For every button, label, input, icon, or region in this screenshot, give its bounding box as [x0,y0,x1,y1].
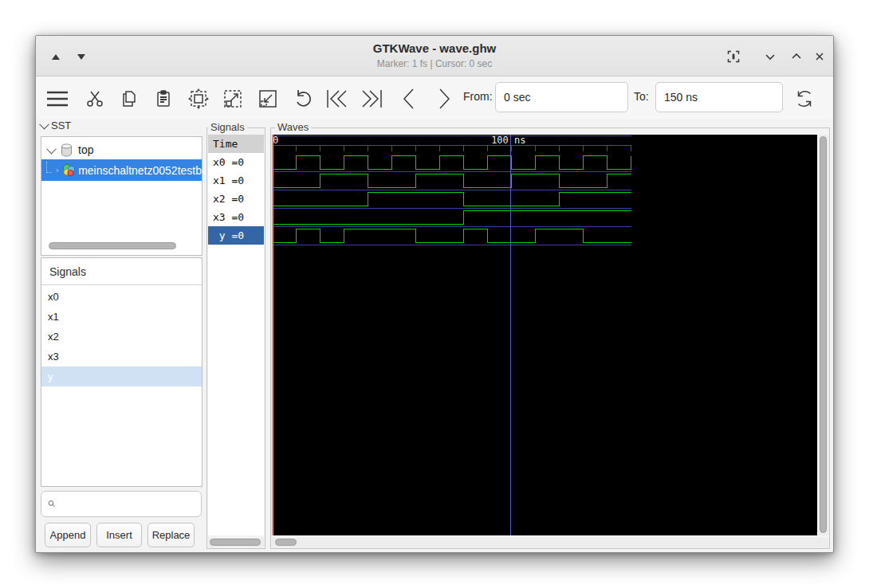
signal-search-box [41,491,202,517]
waveform-canvas[interactable]: 0100 ns [272,135,817,535]
signal-item-x1[interactable]: x1 [41,307,202,327]
search-icon [48,498,56,510]
names-row-x2[interactable]: x2 =0 [208,190,264,208]
names-row-y[interactable]: y =0 [208,226,264,245]
tree-guide-line [46,162,51,173]
from-label: From: [463,90,493,103]
go-to-start-button[interactable] [320,84,352,114]
cut-button[interactable] [79,84,111,114]
hamburger-icon [45,90,69,108]
zoom-fit-icon [187,88,210,110]
tree-top-label: top [78,143,93,156]
signals-list-panel: Signals x0 x1 x2 x3 y [41,257,203,487]
svg-text:0: 0 [273,135,278,146]
append-button[interactable]: Append [45,523,91,547]
chevron-right-icon [435,88,453,110]
zoom-out-button[interactable] [252,84,284,114]
minimize-button[interactable] [760,47,781,66]
names-frame-label: Signals [208,121,247,133]
copy-icon [120,89,139,108]
signal-item-x0[interactable]: x0 [41,287,202,307]
copy-button[interactable] [113,84,145,114]
go-to-end-button[interactable] [356,84,388,114]
to-input[interactable] [655,82,783,112]
expander-closed-icon[interactable] [56,166,59,175]
waves-vscrollbar-track[interactable] [819,135,828,535]
tree-row-top[interactable]: top [41,140,202,159]
names-row-x3[interactable]: x3 =0 [208,208,264,226]
signal-item-y[interactable]: y [41,367,202,386]
window-title: GTKWave - wave.ghw [36,41,833,55]
search-input[interactable] [61,496,201,512]
signal-item-x3[interactable]: x3 [41,347,202,367]
names-hscrollbar-track[interactable] [208,538,264,547]
names-list: Time x0 =0 x1 =0 x2 =0 x3 =0 y =0 [208,135,264,535]
waves-frame-label: Waves [275,121,311,133]
paste-button[interactable] [147,84,179,114]
headerbar: GTKWave - wave.ghw Marker: 1 fs | Cursor… [36,36,833,76]
replace-button[interactable]: Replace [147,523,195,547]
undo-icon [293,88,313,109]
gtkwave-window: GTKWave - wave.ghw Marker: 1 fs | Cursor… [35,35,834,553]
from-input[interactable] [495,82,628,112]
zoom-in-icon [222,88,243,109]
names-row-x0[interactable]: x0 =0 [208,153,264,171]
undo-button[interactable] [287,84,319,114]
to-label: To: [634,90,649,103]
prev-edge-button[interactable] [393,84,425,114]
insert-button[interactable]: Insert [96,523,142,547]
reload-button[interactable] [788,84,820,114]
signal-item-x2[interactable]: x2 [41,327,202,347]
chevron-up-icon [791,51,802,62]
tree-testbench-label: meinschaltnetz0052testb [78,164,202,177]
clipboard-icon [154,89,173,108]
sst-section-header[interactable]: SST [41,120,71,131]
next-edge-button[interactable] [428,84,460,114]
names-row-time[interactable]: Time [208,135,264,153]
zoom-fit-button[interactable] [183,84,214,114]
tree-row-testbench[interactable]: meinschaltnetz0052testb [41,159,202,181]
names-hscrollbar-thumb[interactable] [210,539,261,546]
skip-to-start-icon [324,88,348,109]
close-icon [814,51,825,62]
menu-button[interactable] [41,84,73,114]
sst-tree-panel: top meinschaltnetz0052testb [41,136,203,256]
waves-hscrollbar-thumb[interactable] [275,539,297,546]
sst-hscrollbar-thumb[interactable] [49,242,176,249]
reload-icon [794,88,815,109]
sst-expander-icon [39,120,49,130]
zoom-out-icon [258,88,278,109]
zoom-in-button[interactable] [217,84,249,114]
skip-to-end-icon [360,88,384,109]
waves-hscrollbar-track[interactable] [272,538,828,547]
module-cylinder-icon [61,143,73,157]
waveform-area[interactable]: 0100 ns [272,135,817,535]
desktop: GTKWave - wave.ghw Marker: 1 fs | Cursor… [0,0,869,588]
sst-label: SST [51,120,71,131]
waves-vscrollbar-thumb[interactable] [820,136,827,533]
window-subtitle: Marker: 1 fs | Cursor: 0 sec [36,58,833,69]
hierarchy-spheres-icon [62,163,76,177]
expander-open-icon[interactable] [46,143,57,154]
maximize-button[interactable] [786,47,807,66]
fullscreen-button[interactable] [723,47,744,66]
signals-list-header: Signals [41,258,202,285]
names-row-x1[interactable]: x1 =0 [208,171,264,190]
close-button[interactable] [809,47,830,66]
svg-text:100 ns: 100 ns [491,135,525,146]
chevron-down-icon [765,51,776,62]
chevron-left-icon [400,88,418,110]
scissors-icon [85,89,104,108]
fullscreen-icon [727,50,740,63]
